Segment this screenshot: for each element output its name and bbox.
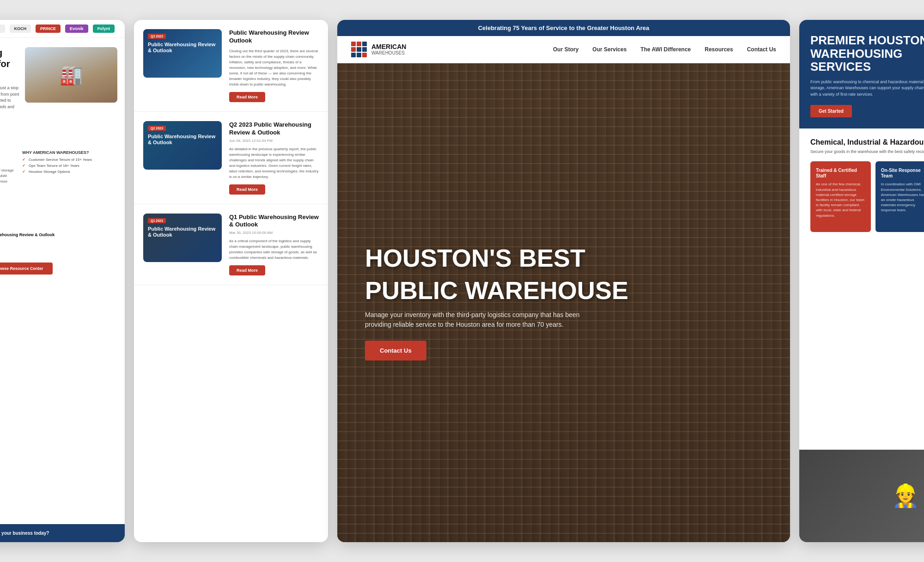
c4-section-heading: Chemical, Industrial & Hazardous Materia…	[810, 138, 924, 147]
c1-blog-card: Q3 2023 Public Warehousing Review & Outl…	[0, 232, 117, 258]
logo-icon-grid	[351, 42, 367, 57]
c4-bottom-image: 👷	[799, 450, 924, 542]
post3-excerpt: As a critical component of the logistics…	[229, 238, 319, 261]
nav-our-services[interactable]: Our Services	[592, 46, 626, 53]
nav-links: Our Story Our Services The AWI Differenc…	[553, 46, 776, 53]
logo-line2: WAREHOUSES	[371, 50, 406, 55]
main-navigation: AMERICAN WAREHOUSES Our Story Our Servic…	[337, 36, 790, 63]
card-services-panel: PREMIER HOUSTON WAREHOUSING SERVICES Fro…	[799, 20, 924, 542]
blog-text: Q3 2023 Public Warehousing Review & Outl…	[0, 232, 55, 258]
c1-blog-heading: The Latest in Logistics	[0, 221, 117, 228]
c1-hero-image	[25, 47, 117, 103]
logo-sq-7	[351, 53, 356, 57]
c1-why-right: WHY AMERICAN WAREHOUSES? Customer Servic…	[22, 150, 117, 210]
post3-content: Q1 Public Warehousing Review & Outlook M…	[229, 214, 319, 276]
c3-hero-line2: PUBLIC WAREHOUSE	[365, 278, 762, 303]
c1-bottom-banner: How can American Warehouses help your bu…	[0, 524, 125, 542]
post2-badge: Q2 2023	[148, 126, 166, 131]
hazmat-cards-row: Trained & Certified Staff As one of the …	[810, 161, 924, 232]
post1-badge: Q3 2023	[148, 34, 166, 39]
logo-sq-2	[357, 42, 361, 46]
c1-hero-text: Houston's Leading Logistics Partner for …	[0, 47, 20, 135]
hazmat-card-response: On-Site Response Team In coordination wi…	[875, 161, 924, 232]
nav-awi-difference[interactable]: The AWI Difference	[640, 46, 691, 53]
logo-text-block: AMERICAN WAREHOUSES	[371, 43, 406, 55]
logo-sq-1	[351, 42, 356, 46]
c4-hero-section: PREMIER HOUSTON WAREHOUSING SERVICES Fro…	[799, 20, 924, 128]
blog-title: Q3 2023 Public Warehousing Review & Outl…	[0, 232, 55, 237]
card-blog-listing: Q3 2023 Public Warehousing Review & Outl…	[134, 20, 328, 542]
logo-sq-4	[351, 47, 356, 52]
hazmat-card-staff-body: As one of the few chemical, industrial a…	[816, 182, 865, 218]
hazmat-card-staff-title: Trained & Certified Staff	[816, 168, 865, 179]
c1-why-section: Dependable & Transparent Warehousing Ser…	[0, 145, 125, 216]
logo-prince: PRINCE	[36, 24, 61, 33]
anniversary-banner: Celebrating 75 Years of Service to the G…	[337, 20, 790, 36]
c3-hero-section: HOUSTON'S BEST PUBLIC WAREHOUSE Manage y…	[337, 63, 790, 542]
card-homepage-mini: WERBACH Corporation XINGFA KOCH PRINCE E…	[0, 20, 125, 542]
post3-meta: Mar 30, 2023 10:00:00 AM	[229, 231, 319, 235]
logo-xingfa: XINGFA	[0, 24, 5, 33]
post2-excerpt: As detailed in the previous quarterly re…	[229, 147, 319, 180]
post3-heading: Q1 Public Warehousing Review & Outlook	[229, 214, 319, 229]
logo-sq-6	[362, 47, 367, 52]
c1-hero-heading: Houston's Leading Logistics Partner for …	[0, 47, 20, 80]
post2-thumb-title: Public Warehousing Review & Outlook	[148, 134, 217, 146]
post2-meta: Jun 28, 2023 12:01:54 PM	[229, 139, 319, 143]
post2-content: Q2 2023 Public Warehousing Review & Outl…	[229, 121, 319, 195]
browse-resource-center-button[interactable]: Browse Resource Center	[0, 263, 53, 275]
c4-hero-heading: PREMIER HOUSTON WAREHOUSING SERVICES	[810, 34, 924, 73]
c1-why-heading: Dependable & Transparent Warehousing Ser…	[0, 150, 15, 164]
card-main-homepage: Celebrating 75 Years of Service to the G…	[337, 20, 790, 542]
c1-hero-body: At American Warehouses, we're more than …	[0, 85, 20, 116]
post2-read-more-button[interactable]: Read More	[229, 184, 265, 195]
c3-contact-us-button[interactable]: Contact Us	[365, 341, 426, 360]
post1-excerpt: Closing out the third quarter of 2023, t…	[229, 49, 319, 87]
hazmat-card-response-title: On-Site Response Team	[881, 168, 924, 179]
logo-sq-8	[357, 53, 361, 57]
checklist-item-3: Houston Storage Options	[22, 170, 117, 174]
c1-checklist-heading: WHY AMERICAN WAREHOUSES?	[22, 150, 117, 155]
logo-polynt: Polynt	[93, 24, 115, 33]
post1-heading: Public Warehousing Review Outlook	[229, 29, 319, 45]
c4-hazmat-section: Chemical, Industrial & Hazardous Materia…	[799, 128, 924, 241]
hazmat-card-response-body: In coordination with OMI Environmental S…	[881, 182, 924, 213]
post3-badge: Q1 2023	[148, 218, 166, 223]
c1-hero-section: Houston's Leading Logistics Partner for …	[0, 38, 125, 145]
checklist-item-2: Ops Team Tenure of 18+ Years	[22, 164, 117, 168]
hazmat-card-staff: Trained & Certified Staff As one of the …	[810, 161, 871, 232]
c3-hero-body: Manage your inventory with the third-par…	[365, 310, 587, 330]
nav-resources[interactable]: Resources	[705, 46, 733, 53]
worker-photo-placeholder: 👷	[892, 483, 919, 509]
post2-heading: Q2 2023 Public Warehousing Review & Outl…	[229, 121, 319, 137]
logo-line1: AMERICAN	[371, 43, 406, 50]
c4-section-body: Secure your goods in the warehouse with …	[810, 149, 924, 154]
post1-thumbnail: Q3 2023 Public Warehousing Review & Outl…	[143, 29, 222, 78]
c1-why-body: From chemical, industrial and hazardous …	[0, 168, 15, 195]
logo-sq-3	[362, 42, 367, 46]
post1-read-more-button[interactable]: Read More	[229, 92, 265, 102]
logo-sq-9	[362, 53, 367, 57]
c4-hero-body: From public warehousing to chemical and …	[810, 79, 924, 98]
nav-our-story[interactable]: Our Story	[553, 46, 578, 53]
c1-why-left: Dependable & Transparent Warehousing Ser…	[0, 150, 15, 210]
post1-thumb-title: Public Warehousing Review & Outlook	[148, 42, 217, 54]
get-started-button[interactable]: Get Started	[810, 105, 852, 117]
post3-thumb-title: Public Warehousing Review & Outlook	[148, 226, 217, 238]
post3-thumbnail: Q1 2023 Public Warehousing Review & Outl…	[143, 214, 222, 262]
blog-post-3: Q1 2023 Public Warehousing Review & Outl…	[134, 204, 328, 286]
c3-hero-line1: HOUSTON'S BEST	[365, 245, 762, 270]
warehouse-photo	[25, 47, 117, 103]
nav-contact-us[interactable]: Contact Us	[747, 46, 776, 53]
c1-checklist: Customer Service Tenure of 15+ Years Ops…	[22, 158, 117, 174]
logo-evonik: Evonik	[65, 24, 88, 33]
logo-sq-5	[357, 47, 361, 52]
post1-content: Public Warehousing Review Outlook Closin…	[229, 29, 319, 102]
site-logo: AMERICAN WAREHOUSES	[351, 42, 406, 57]
logo-koch: KOCH	[10, 24, 31, 33]
post3-read-more-button[interactable]: Read More	[229, 265, 265, 275]
post2-thumbnail: Q2 2023 Public Warehousing Review & Outl…	[143, 121, 222, 170]
checklist-item-1: Customer Service Tenure of 15+ Years	[22, 158, 117, 162]
blog-post-1: Q3 2023 Public Warehousing Review & Outl…	[134, 20, 328, 112]
blog-post-2: Q2 2023 Public Warehousing Review & Outl…	[134, 112, 328, 204]
